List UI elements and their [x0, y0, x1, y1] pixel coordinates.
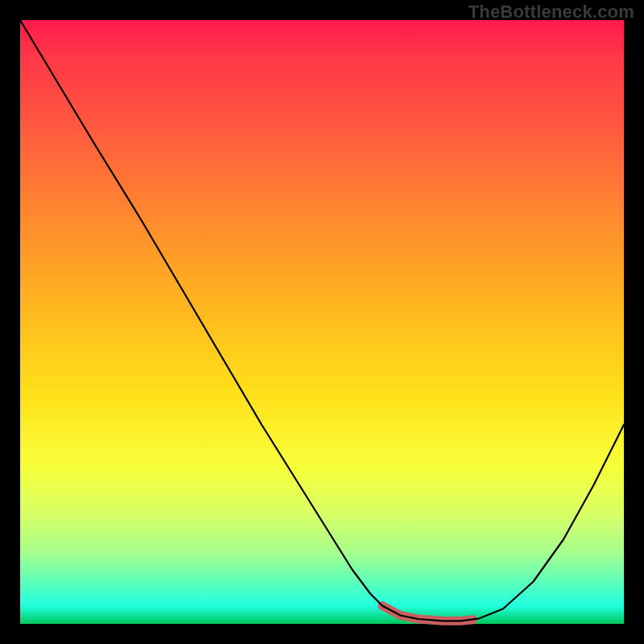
chart-frame: TheBottleneck.com	[0, 0, 644, 644]
chart-svg	[20, 20, 624, 624]
chart-plot-area	[20, 20, 624, 624]
watermark-text: TheBottleneck.com	[469, 2, 634, 23]
bottleneck-curve	[20, 20, 624, 621]
